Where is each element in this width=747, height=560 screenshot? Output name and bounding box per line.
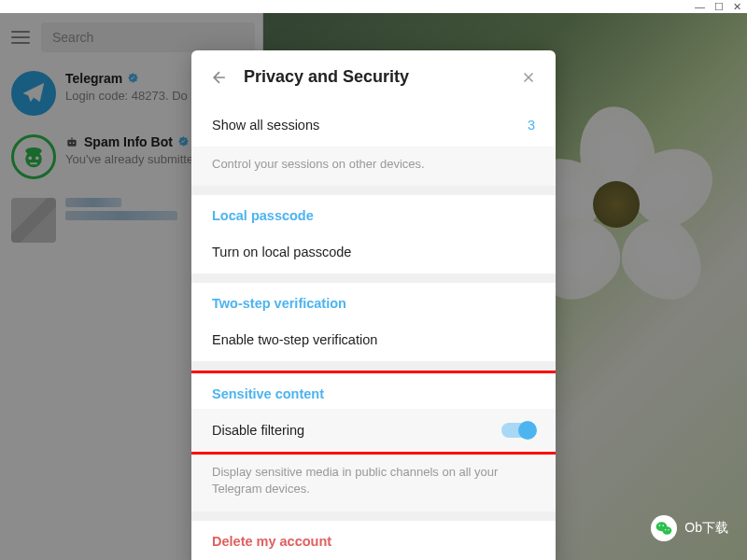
- svg-point-11: [659, 525, 661, 526]
- row-label: Enable two-step verification: [212, 332, 377, 347]
- watermark: Ob下载: [651, 515, 728, 541]
- show-sessions-row[interactable]: Show all sessions 3: [191, 104, 556, 147]
- two-step-header: Two-step verification: [191, 283, 556, 318]
- row-label: Disable filtering: [212, 423, 304, 438]
- sensitive-content-header: Sensitive content: [191, 373, 556, 409]
- back-arrow-icon[interactable]: [210, 68, 229, 87]
- delete-account-header[interactable]: Delete my account: [191, 521, 556, 556]
- modal-title: Privacy and Security: [244, 67, 505, 87]
- maximize-button[interactable]: ☐: [714, 2, 724, 12]
- app-window: — ☐ ✕ Search Telegram Login code: 48273.…: [0, 0, 747, 560]
- privacy-settings-modal: Privacy and Security Show all sessions 3…: [191, 50, 556, 560]
- svg-point-10: [663, 526, 672, 534]
- sensitive-hint: Display sensitive media in public channe…: [191, 455, 556, 511]
- svg-point-12: [663, 525, 665, 526]
- enable-two-step-row[interactable]: Enable two-step verification: [191, 318, 556, 361]
- wechat-icon: [651, 515, 677, 541]
- turn-on-passcode-row[interactable]: Turn on local passcode: [191, 231, 556, 273]
- disable-filtering-toggle[interactable]: [501, 423, 535, 438]
- window-titlebar: — ☐ ✕: [0, 0, 747, 13]
- sessions-count: 3: [528, 118, 535, 133]
- close-icon[interactable]: [520, 69, 537, 86]
- row-label: Turn on local passcode: [212, 245, 351, 259]
- local-passcode-header: Local passcode: [191, 195, 556, 231]
- close-window-button[interactable]: ✕: [733, 2, 741, 12]
- svg-point-14: [669, 529, 669, 530]
- minimize-button[interactable]: —: [695, 2, 705, 12]
- row-label: Show all sessions: [212, 118, 319, 133]
- svg-point-13: [665, 529, 666, 530]
- disable-filtering-row[interactable]: Disable filtering: [191, 409, 556, 452]
- watermark-text: Ob下载: [684, 520, 728, 537]
- sessions-hint: Control your sessions on other devices.: [191, 147, 556, 186]
- highlighted-section: Sensitive content Disable filtering: [191, 371, 556, 455]
